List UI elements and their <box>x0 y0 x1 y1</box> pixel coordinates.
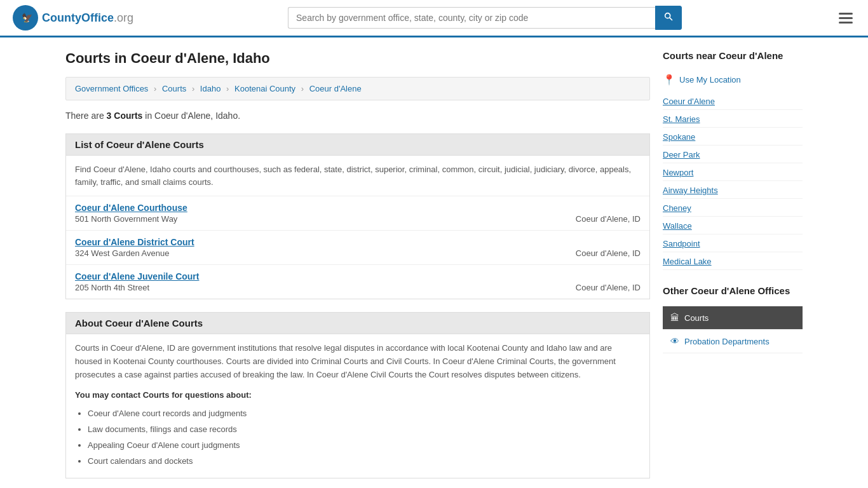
sidebar: Courts near Coeur d'Alene 📍 Use My Locat… <box>663 50 803 488</box>
search-input[interactable] <box>288 7 655 29</box>
main-container: Courts in Coeur d'Alene, Idaho Governmen… <box>53 37 815 488</box>
breadcrumb-courts[interactable]: Courts <box>162 84 186 93</box>
location-icon: 📍 <box>663 74 675 86</box>
svg-line-3 <box>670 18 672 20</box>
search-button[interactable] <box>655 6 682 30</box>
nearby-city-8[interactable]: Sandpoint <box>663 236 803 252</box>
menu-button[interactable] <box>836 10 855 26</box>
nearby-cities-list: Coeur d'Alene St. Maries Spokane Deer Pa… <box>663 93 803 270</box>
breadcrumb-idaho[interactable]: Idaho <box>200 84 221 93</box>
court-address-2: 205 North 4th Street <box>75 283 149 292</box>
list-section-header: List of Coeur d'Alene Courts <box>65 133 650 156</box>
court-item-1: Coeur d'Alene District Court 324 West Ga… <box>66 231 649 265</box>
svg-point-2 <box>665 13 670 18</box>
nearby-city-4[interactable]: Newport <box>663 165 803 181</box>
contact-item-3: Court calendars and dockets <box>88 455 641 468</box>
court-address-0: 501 North Government Way <box>75 214 177 224</box>
nearby-city-9[interactable]: Medical Lake <box>663 254 803 270</box>
page-title: Courts in Coeur d'Alene, Idaho <box>65 50 650 67</box>
court-item-2: Coeur d'Alene Juvenile Court 205 North 4… <box>66 265 649 299</box>
court-list-description: Find Coeur d'Alene, Idaho courts and cou… <box>66 156 649 196</box>
header: 🦅 CountyOffice.org <box>0 0 868 37</box>
other-offices-title: Other Coeur d'Alene Offices <box>663 285 803 300</box>
court-city-0: Coeur d'Alene, ID <box>576 214 641 224</box>
court-item-0: Coeur d'Alene Courthouse 501 North Gover… <box>66 196 649 231</box>
about-section: Courts in Coeur d'Alene, ID are governme… <box>65 334 650 478</box>
contact-item-0: Coeur d'Alene court records and judgment… <box>88 407 641 421</box>
office-link-probation[interactable]: 👁 Probation Departments <box>663 330 803 353</box>
svg-text:🦅: 🦅 <box>22 13 33 24</box>
probation-icon: 👁 <box>670 336 679 346</box>
logo-text: CountyOffice.org <box>42 11 133 25</box>
logo-area: 🦅 CountyOffice.org <box>13 5 133 30</box>
nearby-city-7[interactable]: Wallace <box>663 218 803 234</box>
court-city-1: Coeur d'Alene, ID <box>576 248 641 258</box>
use-my-location-link[interactable]: 📍 Use My Location <box>663 74 803 86</box>
court-list: Find Coeur d'Alene, Idaho courts and cou… <box>65 156 650 299</box>
about-section-header: About Coeur d'Alene Courts <box>65 312 650 334</box>
nearby-city-2[interactable]: Spokane <box>663 129 803 146</box>
contact-label: You may contact Courts for questions abo… <box>75 389 641 402</box>
nearby-courts-title: Courts near Coeur d'Alene <box>663 50 803 65</box>
nearby-city-5[interactable]: Airway Heights <box>663 182 803 199</box>
court-city-2: Coeur d'Alene, ID <box>576 283 641 292</box>
content-area: Courts in Coeur d'Alene, Idaho Governmen… <box>65 50 650 488</box>
search-area <box>288 6 682 30</box>
breadcrumb-kootenai[interactable]: Kootenai County <box>234 84 295 93</box>
breadcrumb: Government Offices › Courts › Idaho › Ko… <box>65 77 650 100</box>
courts-icon: 🏛 <box>670 313 679 323</box>
contact-item-1: Law documents, filings and case records <box>88 423 641 437</box>
nearby-city-3[interactable]: Deer Park <box>663 147 803 163</box>
breadcrumb-gov-offices[interactable]: Government Offices <box>75 84 148 93</box>
office-link-courts[interactable]: 🏛 Courts <box>663 306 803 330</box>
nearby-city-0[interactable]: Coeur d'Alene <box>663 93 803 110</box>
contact-list: Coeur d'Alene court records and judgment… <box>88 407 641 468</box>
contact-item-2: Appealing Coeur d'Alene court judgments <box>88 439 641 452</box>
court-link-2[interactable]: Coeur d'Alene Juvenile Court <box>75 271 199 281</box>
court-address-1: 324 West Garden Avenue <box>75 248 169 258</box>
count-text: There are 3 Courts in Coeur d'Alene, Ida… <box>65 111 650 121</box>
nearby-city-6[interactable]: Cheney <box>663 200 803 217</box>
breadcrumb-coeur-dalene[interactable]: Coeur d'Alene <box>309 84 362 93</box>
about-body-text: Courts in Coeur d'Alene, ID are governme… <box>75 342 641 381</box>
court-link-0[interactable]: Coeur d'Alene Courthouse <box>75 203 187 213</box>
nearby-city-1[interactable]: St. Maries <box>663 111 803 128</box>
logo-icon: 🦅 <box>13 5 38 30</box>
court-link-1[interactable]: Coeur d'Alene District Court <box>75 237 194 247</box>
